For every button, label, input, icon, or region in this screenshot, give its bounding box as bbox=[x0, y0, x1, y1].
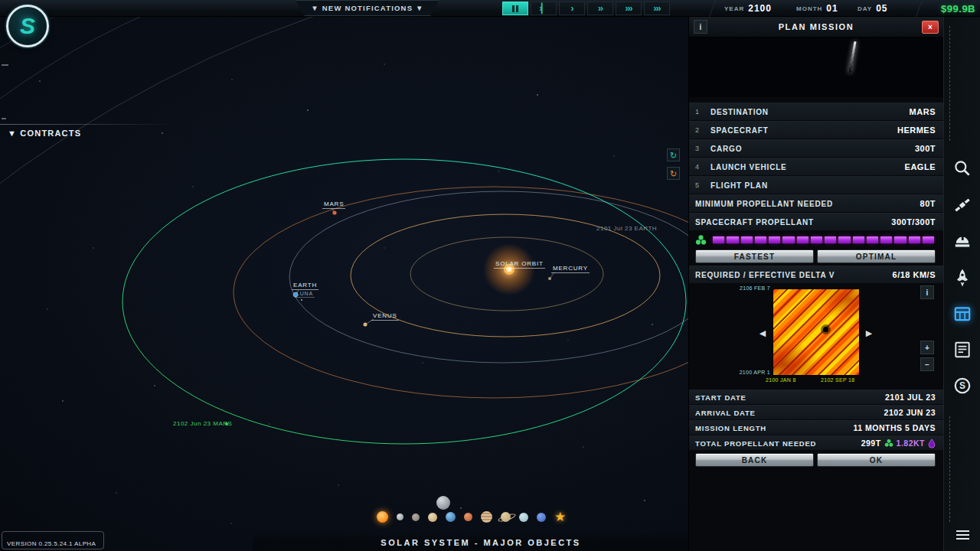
satellite-icon bbox=[952, 195, 972, 215]
favorite-star-icon[interactable]: ★ bbox=[554, 511, 566, 523]
mercury-icon[interactable] bbox=[412, 514, 420, 521]
satellites-button[interactable] bbox=[947, 190, 978, 220]
speed-4-button[interactable]: ››› bbox=[644, 2, 670, 15]
porkchop-xmin-label: 2100 JAN 8 bbox=[766, 377, 796, 383]
earth-label[interactable]: EARTH bbox=[292, 282, 318, 290]
mars-planet[interactable] bbox=[332, 210, 336, 214]
propellant-mass: 1.82KT bbox=[897, 439, 925, 448]
luna-label[interactable]: LUNA bbox=[295, 291, 315, 298]
sun-icon[interactable] bbox=[377, 511, 388, 523]
pause-button[interactable] bbox=[502, 2, 528, 15]
info-icon[interactable]: i bbox=[694, 20, 707, 34]
propellant-gauge[interactable] bbox=[711, 235, 936, 245]
row-label: ARRIVAL DATE bbox=[695, 409, 756, 417]
observatory-button[interactable] bbox=[947, 226, 978, 256]
row-label: DESTINATION bbox=[710, 108, 769, 116]
neptune-icon[interactable] bbox=[537, 513, 546, 522]
row-label: MINIMUM PROPELLANT NEEDED bbox=[695, 200, 833, 208]
row-value: 300T bbox=[915, 144, 936, 153]
mercury-planet[interactable] bbox=[548, 277, 551, 280]
zoom-in-button[interactable]: + bbox=[920, 341, 934, 354]
porkchop-ymin-label: 2100 APR 1 bbox=[712, 370, 770, 375]
row-number: 1 bbox=[695, 108, 710, 116]
outer-orbits bbox=[0, 17, 360, 201]
porkchop-next-icon[interactable]: ▶ bbox=[863, 324, 875, 342]
mars-icon[interactable] bbox=[464, 513, 472, 521]
new-notifications-button[interactable]: ▼ NEW NOTIFICATIONS ▼ bbox=[296, 0, 439, 16]
day-label: DAY bbox=[858, 5, 872, 12]
plan-mode-buttons: FASTEST OPTIMAL bbox=[695, 249, 936, 263]
flight-plan-row[interactable]: 5 FLIGHT PLAN bbox=[689, 176, 943, 194]
arrival-date-row: ARRIVAL DATE 2102 JUN 23 bbox=[689, 405, 943, 419]
year-label: YEAR bbox=[724, 5, 744, 12]
droplet-icon bbox=[928, 439, 936, 448]
reports-button[interactable] bbox=[947, 334, 978, 365]
sun[interactable] bbox=[483, 243, 535, 295]
back-button[interactable]: BACK bbox=[695, 453, 814, 467]
jupiter-icon[interactable] bbox=[481, 511, 492, 523]
search-button[interactable] bbox=[947, 153, 978, 184]
earth-icon[interactable] bbox=[446, 512, 456, 522]
speed-2-button[interactable]: ›› bbox=[587, 2, 613, 15]
row-value: 6/18 KM/S bbox=[893, 270, 936, 279]
row-label: LAUNCH VEHICLE bbox=[710, 163, 787, 171]
recenter-map-button[interactable]: ↻ bbox=[667, 148, 680, 161]
porkchop-prev-icon[interactable]: ◀ bbox=[756, 324, 769, 342]
confirm-buttons: BACK OK bbox=[695, 453, 936, 467]
panel-title: PLAN MISSION bbox=[689, 22, 943, 31]
company-logo[interactable]: S bbox=[6, 5, 49, 47]
mars-label[interactable]: MARS bbox=[322, 201, 345, 209]
document-icon bbox=[952, 340, 972, 360]
row-value: 2102 JUN 23 bbox=[884, 408, 936, 417]
month-display: MONTH 01 bbox=[796, 0, 838, 17]
edge-mark bbox=[2, 118, 6, 119]
close-icon[interactable]: × bbox=[922, 21, 939, 34]
venus-label[interactable]: VENUS bbox=[371, 312, 399, 321]
missions-button[interactable] bbox=[947, 298, 978, 329]
luna-moon[interactable] bbox=[301, 299, 302, 301]
reset-view-button[interactable]: ↻ bbox=[667, 167, 680, 180]
propellant-amount: 299T bbox=[861, 439, 881, 448]
month-value: 01 bbox=[826, 3, 838, 14]
launch-vehicle-row[interactable]: 4 LAUNCH VEHICLE EAGLE bbox=[689, 158, 943, 175]
moon-icon[interactable] bbox=[397, 514, 403, 520]
row-label: TOTAL PROPELLANT NEEDED bbox=[695, 439, 816, 448]
uranus-icon[interactable] bbox=[519, 513, 528, 522]
step-button[interactable]: ›▏ bbox=[531, 2, 557, 15]
menu-button[interactable] bbox=[947, 522, 978, 548]
selected-object-sphere[interactable] bbox=[436, 496, 450, 510]
solar-orbit-label[interactable]: SOLAR ORBIT bbox=[494, 260, 545, 269]
porkchop-plot[interactable] bbox=[773, 289, 860, 376]
solar-system-map-viewport[interactable]: MARS EARTH LUNA VENUS MERCURY SOLAR ORBI… bbox=[0, 17, 688, 551]
row-value: 11 MONTHS 5 DAYS bbox=[854, 423, 936, 432]
ok-button[interactable]: OK bbox=[817, 453, 936, 467]
mercury-label[interactable]: MERCURY bbox=[551, 265, 590, 273]
cargo-row[interactable]: 3 CARGO 300T bbox=[689, 139, 943, 157]
topbar-divider bbox=[916, 0, 929, 17]
starfield bbox=[39, 64, 653, 524]
speed-3-button[interactable]: ››› bbox=[616, 2, 642, 15]
company-button[interactable]: S bbox=[947, 370, 978, 401]
row-label: SPACECRAFT PROPELLANT bbox=[695, 218, 814, 227]
spacecraft-row[interactable]: 2 SPACECRAFT HERMES bbox=[689, 121, 943, 139]
mission-planner-icon bbox=[952, 304, 972, 324]
row-label: FLIGHT PLAN bbox=[710, 181, 768, 190]
mission-summary-list: START DATE 2101 JUL 23 ARRIVAL DATE 2102… bbox=[689, 390, 943, 450]
fastest-button[interactable]: FASTEST bbox=[695, 249, 814, 263]
rockets-button[interactable] bbox=[947, 262, 978, 292]
row-value: 2101 JUL 23 bbox=[885, 393, 936, 402]
row-label: MISSION LENGTH bbox=[695, 424, 766, 432]
propellant-icon bbox=[884, 439, 893, 448]
departure-date-note: 2101 Jul 23 EARTH bbox=[596, 225, 657, 232]
venus-planet[interactable] bbox=[364, 323, 368, 327]
porkchop-info-icon[interactable]: i bbox=[920, 285, 934, 299]
optimal-button[interactable]: OPTIMAL bbox=[817, 249, 936, 263]
play-button[interactable]: › bbox=[559, 2, 585, 15]
zoom-out-button[interactable]: − bbox=[920, 357, 934, 371]
destination-row[interactable]: 1 DESTINATION MARS bbox=[689, 103, 943, 120]
row-number: 5 bbox=[695, 181, 710, 189]
contracts-header[interactable]: ▼ CONTRACTS bbox=[8, 129, 81, 138]
saturn-icon[interactable] bbox=[501, 512, 511, 522]
venus-icon[interactable] bbox=[428, 513, 437, 522]
company-logo-icon: S bbox=[952, 376, 972, 396]
